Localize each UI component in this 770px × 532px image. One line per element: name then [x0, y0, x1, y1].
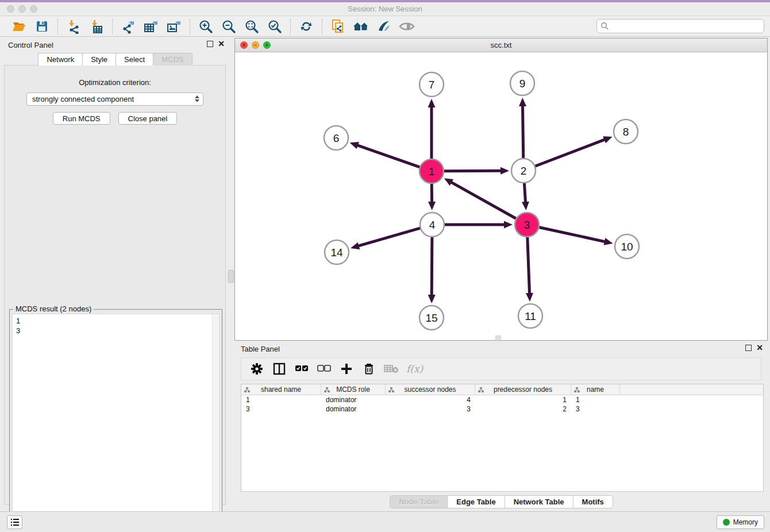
table-cell[interactable]: 1 — [241, 395, 321, 404]
table-cell[interactable]: dominator — [321, 395, 386, 404]
import-network-icon[interactable] — [64, 18, 83, 35]
close-panel-button[interactable]: Close panel — [118, 112, 178, 125]
table-cell[interactable]: 1 — [475, 395, 571, 404]
column-header-MCDS-role[interactable]: MCDS role — [321, 384, 386, 395]
edge-arrowhead — [604, 238, 613, 245]
tab-select[interactable]: Select — [116, 53, 153, 65]
export-network-icon[interactable] — [118, 18, 138, 35]
tab-edge-table[interactable]: Edge Table — [447, 495, 505, 508]
column-type-icon — [244, 387, 250, 395]
zoom-fit-icon[interactable] — [242, 18, 261, 35]
result-scrollbar[interactable] — [212, 314, 219, 523]
column-type-icon — [574, 387, 580, 395]
tab-network[interactable]: Network — [38, 53, 83, 65]
memory-button[interactable]: Memory — [717, 515, 764, 529]
edge-arrowhead — [350, 142, 359, 149]
tab-network-table[interactable]: Network Table — [505, 495, 573, 508]
delete-column-icon[interactable] — [361, 361, 376, 376]
settings-gear-icon[interactable] — [249, 361, 264, 376]
edge-arrowhead — [603, 136, 612, 143]
toolbar-separator — [322, 19, 322, 34]
close-panel-icon[interactable]: ✕ — [218, 41, 225, 47]
table-toolbar: f(x) — [241, 357, 761, 380]
export-image-icon[interactable] — [164, 18, 184, 35]
node-label-6: 6 — [333, 132, 340, 144]
add-column-icon[interactable] — [339, 361, 354, 376]
optimization-criterion-select[interactable]: strongly connected component — [26, 92, 203, 106]
table-cell[interactable]: 2 — [475, 404, 571, 414]
mcds-result-box: MCDS result (2 nodes) 1 3 — [9, 309, 222, 526]
table-row[interactable]: 3dominator323 — [241, 404, 763, 414]
column-header-predecessor-nodes[interactable]: predecessor nodes — [475, 384, 571, 395]
edge-3-1[interactable] — [450, 182, 516, 219]
refresh-icon[interactable] — [297, 18, 316, 35]
table-cell[interactable]: 3 — [386, 404, 475, 414]
edge-3-11[interactable] — [528, 237, 530, 295]
table-row[interactable]: 1dominator411 — [241, 395, 763, 404]
column-layout-icon[interactable] — [272, 361, 287, 376]
edge-4-15[interactable] — [432, 237, 432, 296]
edge-2-3[interactable] — [524, 183, 525, 203]
table-panel-title: Table Panel — [241, 345, 280, 353]
column-header-shared-name[interactable]: shared name — [241, 384, 321, 395]
splitter-handle[interactable] — [228, 270, 234, 283]
table-panel: Table Panel ✕ — [234, 342, 768, 510]
optimization-criterion-label: Optimization criterion: — [5, 78, 225, 87]
float-panel-icon[interactable] — [207, 41, 213, 47]
float-table-panel-icon[interactable] — [745, 345, 752, 351]
export-table-icon[interactable] — [141, 18, 161, 35]
save-icon[interactable] — [32, 18, 52, 35]
home-view-icon[interactable] — [351, 18, 371, 35]
open-folder-icon[interactable] — [9, 18, 29, 35]
table-tabs: Node TableEdge TableNetwork TableMotifs — [234, 495, 768, 508]
close-table-panel-icon[interactable]: ✕ — [756, 345, 763, 351]
memory-status-icon — [723, 519, 730, 526]
mac-titlebar: Session: New Session — [0, 2, 770, 16]
show-hide-icon[interactable] — [397, 18, 417, 35]
node-label-15: 15 — [425, 312, 437, 324]
task-history-button[interactable] — [7, 515, 22, 529]
zoom-selected-icon[interactable] — [265, 18, 284, 35]
select-all-checkboxes-icon[interactable] — [294, 361, 309, 376]
tab-style[interactable]: Style — [82, 53, 116, 65]
application-window: Session: New Session — [0, 0, 770, 532]
edge-arrowhead — [522, 202, 529, 210]
function-builder-icon: f(x) — [406, 363, 423, 375]
network-graph[interactable]: 7968124310141511 — [235, 52, 767, 340]
zoom-in-icon[interactable] — [196, 18, 215, 35]
canvas-scroll-handle[interactable] — [495, 336, 501, 340]
tab-mcds[interactable]: MCDS — [153, 53, 192, 65]
run-mcds-button[interactable]: Run MCDS — [53, 112, 110, 125]
apply-style-icon[interactable] — [374, 18, 394, 35]
list-icon — [10, 518, 20, 526]
edge-2-8[interactable] — [535, 139, 606, 166]
duplicate-network-icon[interactable] — [328, 18, 348, 35]
network-canvas[interactable]: 7968124310141511 — [235, 52, 767, 340]
tab-node-table[interactable]: Node Table — [390, 495, 448, 508]
edge-4-14[interactable] — [357, 228, 421, 246]
search-input[interactable] — [596, 19, 764, 33]
network-window-titlebar[interactable]: × − + scc.txt — [235, 38, 767, 52]
table-cell[interactable]: 3 — [571, 404, 620, 414]
table-cell[interactable]: 1 — [571, 395, 620, 404]
node-table[interactable]: shared nameMCDS rolesuccessor nodesprede… — [241, 384, 764, 492]
table-cell[interactable]: 4 — [386, 395, 475, 404]
deselect-all-checkboxes-icon[interactable] — [317, 361, 332, 376]
edge-1-6[interactable] — [356, 145, 420, 167]
memory-label: Memory — [733, 518, 758, 526]
edge-arrowhead — [351, 242, 360, 249]
edge-3-10[interactable] — [539, 227, 606, 242]
table-cell[interactable]: 3 — [241, 404, 321, 414]
column-header-name[interactable]: name — [571, 384, 620, 395]
toolbar-separator — [290, 19, 291, 34]
mcds-result-area[interactable]: 1 3 — [12, 314, 220, 523]
column-header-successor-nodes[interactable]: successor nodes — [386, 384, 475, 395]
edge-1-2[interactable] — [444, 171, 502, 171]
import-table-icon[interactable] — [87, 18, 106, 35]
zoom-out-icon[interactable] — [219, 18, 238, 35]
tab-motifs[interactable]: Motifs — [573, 495, 613, 508]
node-label-8: 8 — [623, 126, 629, 138]
panel-splitter[interactable] — [230, 38, 233, 509]
edge-2-9[interactable] — [522, 105, 523, 159]
table-cell[interactable]: dominator — [321, 404, 386, 414]
